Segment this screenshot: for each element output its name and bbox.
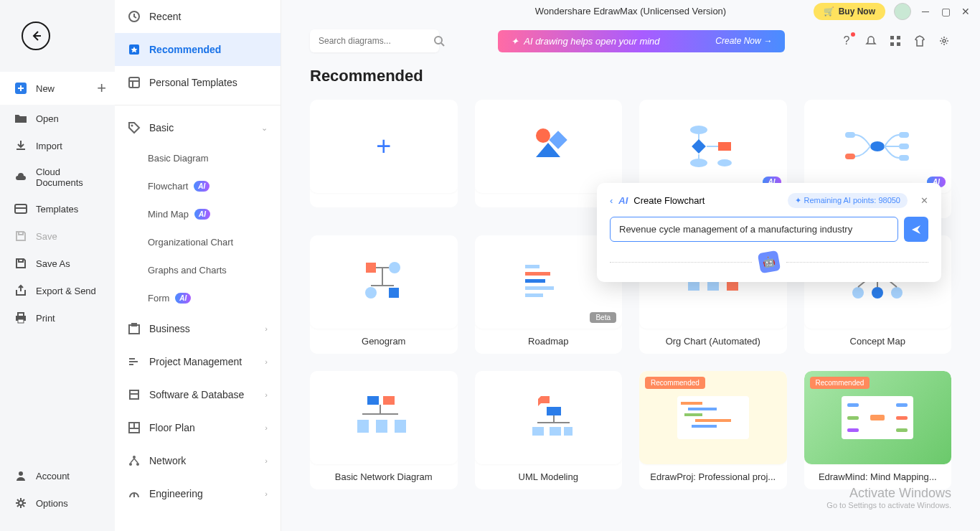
chevron-down-icon: ⌄ xyxy=(261,123,268,133)
watermark-line2: Go to Settings to activate Windows. xyxy=(826,501,951,509)
search-box[interactable] xyxy=(310,29,439,52)
card-genogram[interactable]: Genogram xyxy=(310,235,458,354)
sidebar-templates[interactable]: Templates xyxy=(0,195,115,222)
sub-label: Mind Map xyxy=(148,209,189,220)
chevron-right-icon: › xyxy=(265,357,268,366)
card-uml[interactable]: UML Modeling xyxy=(475,371,623,489)
sidebar-import-label: Import xyxy=(36,141,62,151)
sidebar-export[interactable]: Export & Send xyxy=(0,277,115,304)
group-software[interactable]: Software & Database › xyxy=(115,378,281,411)
category-sidebar: Recent Recommended Personal Templates Ba… xyxy=(115,0,281,531)
chevron-right-icon: › xyxy=(265,489,268,498)
sidebar-open[interactable]: Open xyxy=(0,105,115,132)
sub-basic-diagram[interactable]: Basic Diagram xyxy=(115,144,281,172)
sub-form[interactable]: FormAI xyxy=(115,284,281,312)
sub-graphs[interactable]: Graphs and Charts xyxy=(115,256,281,284)
mindmap-icon xyxy=(842,125,913,168)
ai-prompt-input[interactable] xyxy=(610,217,898,242)
card-edrawmind[interactable]: RecommendedEdrawMind: Mind Mapping... xyxy=(804,371,952,489)
svg-rect-37 xyxy=(550,131,567,149)
back-button[interactable] xyxy=(22,22,50,50)
sidebar-print[interactable]: Print xyxy=(0,304,115,332)
group-network[interactable]: Network › xyxy=(115,444,281,477)
close-icon[interactable]: ✕ xyxy=(920,195,928,206)
svg-rect-34 xyxy=(897,42,900,46)
group-business[interactable]: Business › xyxy=(115,312,281,345)
sidebar-save-as[interactable]: Save As xyxy=(0,250,115,277)
card-network-diagram[interactable]: Basic Network Diagram xyxy=(310,371,458,489)
nav-recommended[interactable]: Recommended xyxy=(115,33,281,66)
maximize-button[interactable]: ▢ xyxy=(940,6,951,17)
svg-point-35 xyxy=(943,39,946,42)
roadmap-icon xyxy=(519,260,577,304)
card-new-blank[interactable]: + xyxy=(310,100,458,218)
sparkle-icon: ✦ xyxy=(511,36,519,47)
svg-point-29 xyxy=(435,37,442,44)
card-label: Basic Network Diagram xyxy=(310,464,458,489)
close-button[interactable]: ✕ xyxy=(960,6,971,17)
svg-rect-97 xyxy=(695,419,731,422)
avatar[interactable] xyxy=(894,3,911,20)
bell-icon[interactable] xyxy=(864,34,878,48)
svg-rect-100 xyxy=(870,415,885,420)
group-floor-label: Floor Plan xyxy=(149,422,195,433)
svg-rect-72 xyxy=(727,282,738,291)
settings-icon[interactable] xyxy=(937,34,951,48)
section-title: Recommended xyxy=(310,67,951,85)
chevron-right-icon: › xyxy=(265,423,268,432)
apps-icon[interactable] xyxy=(888,34,903,48)
template-icon xyxy=(128,76,141,89)
gantt-preview-icon xyxy=(670,389,756,446)
uml-icon xyxy=(519,393,577,443)
svg-rect-81 xyxy=(383,396,395,405)
shirt-icon[interactable] xyxy=(913,34,927,48)
tag-icon xyxy=(128,121,141,134)
card-label: Genogram xyxy=(310,329,458,354)
cart-icon: 🛒 xyxy=(824,6,834,17)
help-icon[interactable]: ? xyxy=(839,34,854,48)
plus-icon: + xyxy=(97,79,106,98)
database-icon xyxy=(128,388,141,401)
star-icon xyxy=(128,43,141,56)
sidebar-import[interactable]: Import xyxy=(0,132,115,159)
buy-now-button[interactable]: 🛒 Buy Now xyxy=(814,3,885,20)
group-floor[interactable]: Floor Plan › xyxy=(115,411,281,444)
nav-personal[interactable]: Personal Templates xyxy=(115,66,281,99)
chevron-right-icon: › xyxy=(265,390,268,399)
group-basic[interactable]: Basic ⌄ xyxy=(115,111,281,144)
svg-point-45 xyxy=(717,159,732,166)
ai-banner[interactable]: ✦ AI drawing helps open your mind Create… xyxy=(498,30,785,52)
svg-rect-61 xyxy=(525,279,545,283)
sidebar-cloud-label: Cloud Documents xyxy=(36,166,100,188)
svg-rect-11 xyxy=(129,77,139,88)
group-engineering[interactable]: Engineering › xyxy=(115,477,281,510)
recommended-badge: Recommended xyxy=(810,377,870,389)
sub-mindmap[interactable]: Mind MapAI xyxy=(115,200,281,228)
sub-orgchart[interactable]: Organizational Chart xyxy=(115,228,281,256)
left-sidebar: New + Open Import Cloud Documents Templa… xyxy=(0,0,115,531)
svg-rect-96 xyxy=(684,413,702,416)
svg-rect-50 xyxy=(899,144,909,149)
minimize-button[interactable]: ─ xyxy=(920,6,931,17)
sidebar-new-label: New xyxy=(36,83,55,94)
ai-dialog-title: Create Flowchart xyxy=(633,195,705,206)
sidebar-account[interactable]: Account xyxy=(0,462,115,489)
svg-rect-103 xyxy=(847,428,859,432)
ai-dialog: ‹ AI Create Flowchart ✦ Remaining AI poi… xyxy=(597,183,941,282)
sub-flowchart[interactable]: FlowchartAI xyxy=(115,172,281,200)
sidebar-templates-label: Templates xyxy=(36,204,78,215)
svg-rect-80 xyxy=(367,396,379,405)
main-panel: Wondershare EdrawMax (Unlicensed Version… xyxy=(281,0,980,531)
sidebar-new[interactable]: New + xyxy=(0,72,115,105)
card-edrawproj[interactable]: RecommendedEdrawProj: Professional proj.… xyxy=(639,371,787,489)
nav-recent[interactable]: Recent xyxy=(115,0,281,33)
group-project[interactable]: Project Management › xyxy=(115,345,281,378)
sidebar-cloud[interactable]: Cloud Documents xyxy=(0,159,115,195)
send-button[interactable] xyxy=(904,217,928,242)
sidebar-options[interactable]: Options xyxy=(0,489,115,517)
search-input[interactable] xyxy=(319,36,426,46)
sidebar-open-label: Open xyxy=(36,113,59,124)
genogram-icon xyxy=(355,257,413,307)
back-chevron[interactable]: ‹ xyxy=(610,195,613,206)
svg-point-74 xyxy=(852,287,864,299)
